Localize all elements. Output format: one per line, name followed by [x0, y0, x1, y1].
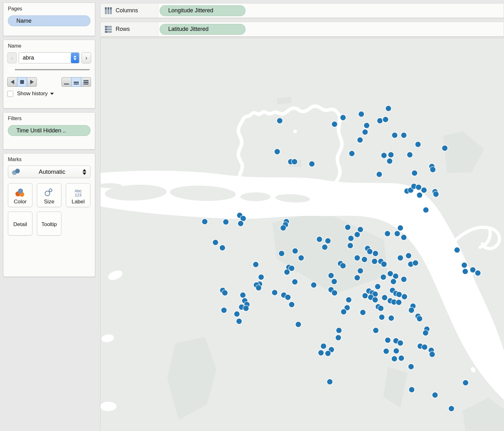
map-point[interactable] — [336, 335, 341, 341]
map-point[interactable] — [398, 255, 403, 261]
speed-medium-button[interactable] — [71, 77, 81, 87]
map-point[interactable] — [398, 225, 403, 231]
map-point[interactable] — [442, 146, 448, 151]
map-point[interactable] — [377, 172, 382, 177]
speed-slow-button[interactable] — [61, 77, 72, 87]
page-slider[interactable] — [7, 66, 91, 75]
map-point[interactable] — [279, 251, 284, 256]
map-point[interactable] — [401, 235, 407, 240]
map-point[interactable] — [375, 284, 381, 289]
map-point[interactable] — [358, 268, 363, 274]
map-point[interactable] — [349, 151, 355, 156]
map-point[interactable] — [475, 271, 481, 276]
map-point[interactable] — [362, 257, 367, 262]
map-point[interactable] — [379, 315, 385, 320]
map-point[interactable] — [401, 277, 407, 282]
map-point[interactable] — [392, 133, 398, 138]
map-point[interactable] — [284, 270, 290, 275]
map-point[interactable] — [318, 350, 324, 356]
tooltip-button[interactable]: Tooltip — [37, 212, 61, 236]
map-point[interactable] — [377, 118, 383, 124]
previous-page-button[interactable]: ‹ — [7, 52, 17, 63]
map-point[interactable] — [289, 302, 295, 307]
map-point[interactable] — [381, 275, 386, 280]
map-view[interactable] — [100, 38, 504, 431]
map-point[interactable] — [402, 294, 407, 300]
stop-button[interactable] — [17, 77, 27, 87]
map-point[interactable] — [336, 328, 342, 333]
map-point[interactable] — [223, 219, 229, 225]
map-point[interactable] — [213, 240, 218, 245]
map-point[interactable] — [384, 349, 389, 354]
map-point[interactable] — [423, 207, 429, 213]
map-point[interactable] — [355, 275, 360, 281]
map-point[interactable] — [381, 153, 387, 158]
map-point[interactable] — [417, 193, 422, 198]
columns-shelf[interactable]: Columns Longitude Jittered — [100, 3, 504, 18]
map-point[interactable] — [364, 123, 369, 128]
page-combobox[interactable]: abra — [19, 52, 80, 63]
map-point[interactable] — [395, 231, 400, 236]
map-point[interactable] — [367, 249, 373, 254]
map-point[interactable] — [317, 237, 322, 242]
map-point[interactable] — [241, 216, 246, 221]
map-point[interactable] — [422, 345, 427, 350]
map-point[interactable] — [322, 245, 328, 250]
speed-fast-button[interactable] — [81, 77, 91, 87]
map-point[interactable] — [234, 312, 240, 317]
map-point[interactable] — [401, 133, 407, 138]
map-point[interactable] — [293, 248, 298, 254]
map-point[interactable] — [345, 225, 351, 230]
map-point[interactable] — [398, 341, 403, 346]
map-point[interactable] — [416, 185, 421, 190]
map-point[interactable] — [399, 356, 404, 361]
map-point[interactable] — [221, 308, 227, 313]
map-point[interactable] — [415, 142, 421, 147]
label-button[interactable]: Abc 123 Label — [66, 183, 90, 207]
map-point[interactable] — [325, 351, 331, 356]
map-point[interactable] — [309, 161, 315, 167]
map-point[interactable] — [355, 232, 360, 237]
filter-pill-time-until-hidden[interactable]: Time Until Hidden .. — [8, 125, 90, 136]
map-point[interactable] — [385, 338, 391, 343]
map-point[interactable] — [256, 285, 261, 291]
map-point[interactable] — [409, 364, 414, 370]
map-point[interactable] — [406, 253, 411, 259]
map-point[interactable] — [421, 188, 427, 193]
map-point[interactable] — [327, 379, 333, 385]
map-point[interactable] — [359, 112, 364, 117]
map-point[interactable] — [289, 266, 295, 271]
map-point[interactable] — [355, 255, 360, 261]
map-point[interactable] — [382, 295, 387, 300]
map-point[interactable] — [329, 273, 334, 278]
map-point[interactable] — [463, 380, 468, 386]
map-point[interactable] — [275, 149, 280, 154]
map-point[interactable] — [332, 290, 337, 296]
mark-type-dropdown[interactable]: Automatic — [8, 166, 90, 178]
map-point[interactable] — [325, 238, 331, 244]
map-point[interactable] — [393, 274, 398, 279]
map-point[interactable] — [296, 322, 301, 327]
map-point[interactable] — [372, 259, 377, 264]
map-point[interactable] — [292, 159, 297, 165]
show-history-checkbox[interactable] — [7, 91, 13, 97]
map-point[interactable] — [432, 393, 438, 398]
map-point[interactable] — [259, 275, 264, 280]
map-point[interactable] — [348, 243, 353, 248]
map-point[interactable] — [348, 236, 354, 241]
map-point[interactable] — [281, 225, 286, 231]
map-point[interactable] — [470, 267, 476, 273]
map-point[interactable] — [346, 297, 352, 303]
play-forward-button[interactable] — [27, 77, 37, 87]
detail-button[interactable]: Detail — [8, 212, 32, 236]
map-point[interactable] — [378, 306, 384, 311]
map-point[interactable] — [222, 290, 228, 296]
page-stepper[interactable] — [71, 53, 79, 63]
columns-pill-longitude[interactable]: Longitude Jittered — [160, 5, 245, 16]
map-point[interactable] — [430, 352, 435, 357]
page-slider-thumb[interactable] — [8, 67, 15, 74]
map-point[interactable] — [412, 171, 417, 176]
map-point[interactable] — [373, 292, 378, 297]
map-point[interactable] — [433, 192, 439, 197]
map-point[interactable] — [388, 152, 394, 158]
